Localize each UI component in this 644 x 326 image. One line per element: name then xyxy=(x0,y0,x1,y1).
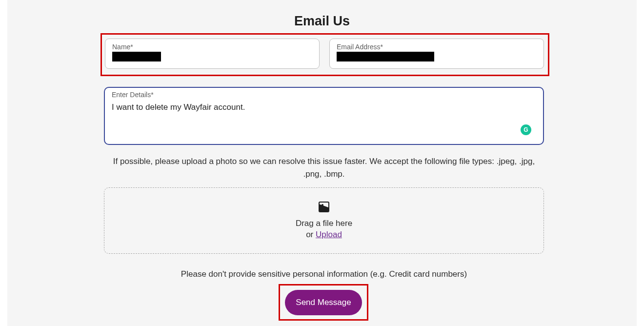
email-label: Email Address* xyxy=(337,43,537,51)
name-email-row: Name* Email Address* xyxy=(105,39,544,69)
email-field[interactable]: Email Address* xyxy=(329,39,544,69)
upload-hint-text: If possible, please upload a photo so we… xyxy=(104,155,544,181)
image-icon xyxy=(319,202,329,212)
name-label: Name* xyxy=(112,43,312,51)
details-field[interactable]: Enter Details* I want to delete my Wayfa… xyxy=(104,87,544,145)
upload-link[interactable]: Upload xyxy=(316,230,342,239)
grammarly-icon[interactable]: G xyxy=(521,124,531,135)
file-upload-dropzone[interactable]: Drag a file here or Upload xyxy=(104,187,544,254)
upload-or-line: or Upload xyxy=(306,230,342,240)
details-label: Enter Details* xyxy=(112,91,536,99)
name-field[interactable]: Name* xyxy=(105,39,320,69)
name-value-redacted xyxy=(112,52,161,61)
send-message-button[interactable]: Send Message xyxy=(285,290,362,315)
upload-or-word: or xyxy=(306,230,316,239)
email-value-redacted xyxy=(337,52,434,61)
page-title: Email Us xyxy=(0,0,644,29)
details-value: I want to delete my Wayfair account. xyxy=(112,102,536,113)
upload-drag-text: Drag a file here xyxy=(296,217,352,230)
sensitive-info-note: Please don't provide sensitive personal … xyxy=(104,269,544,279)
